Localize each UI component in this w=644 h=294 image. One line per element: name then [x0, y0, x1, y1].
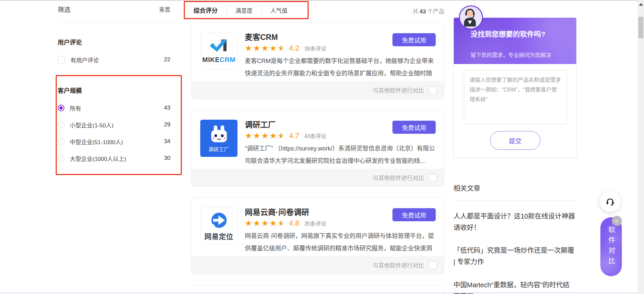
filter-option-label: 有用户评论 — [70, 56, 99, 64]
star-icon — [253, 131, 261, 140]
radio-small[interactable] — [58, 121, 64, 128]
mikecrm-mark-icon — [207, 38, 231, 55]
reviews-count[interactable]: 35条评论 — [304, 219, 326, 227]
compare-count-badge: 0 — [612, 216, 622, 226]
vertical-scrollbar[interactable] — [638, 0, 644, 294]
article-link[interactable]: 「低代码」究竟是一场炒作还是一次颠覆 | 专家力作 — [453, 245, 576, 268]
rating-value: 4.7 — [289, 131, 300, 140]
customer-service-button[interactable] — [600, 191, 621, 212]
request-card: 没找到您想要的软件吗? 留下您的需求，专业顾问为您解决 提交 — [453, 17, 577, 158]
compare-label: 与其他软件进行对比 — [373, 173, 424, 182]
filter-option-medium[interactable]: 中型企业(51-1000人) 34 — [58, 137, 177, 146]
survey-factory-logo-text: 调研工厂 — [208, 145, 229, 153]
rating-row: 4.7 43条评论 — [245, 131, 326, 140]
star-icon — [253, 219, 261, 228]
star-icon — [261, 131, 269, 140]
filter-option-has-reviews[interactable]: 有用户评论 22 — [58, 55, 177, 64]
compare-bar: 与其他软件进行对比 — [191, 256, 444, 274]
product-card-mikecrm: MIKECRM 麦客CRM 4.2 39条评论 麦客CRM是每个企业都需要的数字… — [191, 22, 444, 99]
compare-label: 与其他软件进行对比 — [373, 261, 424, 269]
filter-option-label: 中型企业(51-1000人) — [70, 137, 123, 146]
filter-option-small[interactable]: 小型企业(1-50人) 29 — [58, 120, 177, 129]
filter-option-all[interactable]: 所有 43 — [58, 104, 177, 112]
product-card-netease-survey: 网易定位 网易云商·问卷调研 4.8 35条评论 网易云商·问卷调研，网易旗下真… — [191, 197, 444, 274]
related-articles-divider — [453, 200, 577, 201]
filter-title: 筛选 — [58, 5, 70, 14]
radio-large[interactable] — [58, 155, 64, 162]
filter-option-count: 22 — [164, 56, 170, 63]
filter-sidebar: 筛选 重置 用户评论 有用户评论 22 客户规模 所有 43 小型企业(1-50… — [58, 1, 177, 163]
netease-arrow-icon — [210, 211, 228, 230]
star-icon — [270, 131, 277, 140]
request-card-title: 没找到您想要的软件吗? — [471, 28, 545, 39]
article-link[interactable]: 人人都是平面设计？这10款在线设计神器请收好！ — [453, 211, 576, 233]
star-icon — [245, 131, 252, 140]
rating-row: 4.2 39条评论 — [245, 44, 326, 53]
request-textarea[interactable] — [464, 70, 567, 124]
headset-icon — [605, 197, 615, 206]
radio-medium[interactable] — [58, 138, 64, 145]
star-icon — [253, 44, 261, 53]
compare-bar: 与其他软件进行对比 — [191, 169, 444, 186]
product-logo-mikecrm[interactable]: MIKECRM — [200, 32, 237, 69]
reviews-count[interactable]: 43条评论 — [304, 132, 326, 140]
page-bottom-edge — [0, 292, 637, 293]
tab-satisfaction[interactable]: 满意度 — [227, 6, 261, 14]
free-trial-button[interactable]: 免费试用 — [392, 208, 436, 221]
compare-checkbox[interactable] — [429, 261, 437, 269]
filter-option-count: 29 — [164, 121, 170, 128]
free-trial-button[interactable]: 免费试用 — [392, 121, 436, 134]
support-agent-avatar — [459, 5, 483, 30]
scrollbar-up-arrow-icon[interactable] — [639, 3, 643, 6]
rating-value: 4.8 — [289, 219, 300, 228]
filter-divider — [58, 22, 177, 22]
radio-all-selected[interactable] — [58, 105, 64, 111]
software-compare-button[interactable]: 软件对比 — [600, 217, 622, 276]
reviews-count[interactable]: 39条评论 — [304, 44, 326, 52]
product-description: 网易云商·问卷调研，网易旗下真实专业的用户调研与体验管理平台，提供覆盖亿级用户、… — [245, 230, 439, 255]
checkbox-has-reviews[interactable] — [58, 56, 65, 63]
product-list: MIKECRM 麦客CRM 4.2 39条评论 麦客CRM是每个企业都需要的数字… — [191, 22, 444, 294]
star-half-icon — [278, 219, 285, 228]
star-icon — [270, 219, 277, 228]
star-icon — [245, 44, 252, 53]
free-trial-button[interactable]: 免费试用 — [392, 33, 436, 46]
product-logo-netease[interactable]: 网易定位 — [200, 207, 237, 244]
product-description: “调研工厂” （https://survey.work/）系清研灵智信息咨询（北… — [245, 142, 439, 168]
star-icon — [261, 44, 269, 53]
related-articles-title: 相关文章 — [453, 183, 480, 193]
filter-option-count: 34 — [164, 138, 170, 145]
agent-photo-icon — [460, 6, 480, 26]
star-half-icon — [278, 44, 285, 53]
star-icon — [270, 44, 277, 53]
scrollbar-thumb[interactable] — [638, 17, 643, 38]
tab-popularity[interactable]: 人气值 — [262, 6, 296, 14]
product-title[interactable]: 网易云商·问卷调研 — [245, 206, 309, 217]
article-link[interactable]: 中国Martech“重数据，轻内容”的时代结束了吗? — [453, 279, 576, 294]
filter-option-count: 30 — [164, 155, 170, 162]
filter-option-label: 所有 — [70, 104, 81, 112]
filter-reset-button[interactable]: 重置 — [159, 5, 170, 13]
rating-row: 4.8 35条评论 — [245, 219, 326, 228]
product-card-survey-factory: 调研工厂 调研工厂 4.7 43条评论 “调研工厂” （https://surv… — [191, 110, 444, 187]
compare-checkbox[interactable] — [429, 86, 437, 94]
compare-label: 与其他软件进行对比 — [373, 86, 424, 94]
rating-value: 4.2 — [289, 44, 300, 53]
filter-option-large[interactable]: 大型企业(1000人以上) 30 — [58, 154, 177, 163]
filter-section-title-scale: 客户规模 — [58, 87, 177, 95]
tab-overall-rating[interactable]: 综合评分 — [185, 6, 226, 14]
star-half-icon — [278, 131, 285, 140]
star-icon — [245, 219, 252, 228]
compare-bar: 与其他软件进行对比 — [191, 81, 444, 99]
filter-header: 筛选 重置 — [58, 1, 177, 17]
netease-logo-text: 网易定位 — [205, 231, 233, 241]
product-title[interactable]: 调研工厂 — [245, 118, 276, 130]
mikecrm-logo-text: MIKECRM — [202, 56, 235, 64]
product-title[interactable]: 麦客CRM — [245, 31, 278, 42]
software-compare-label: 软件对比 — [606, 226, 616, 268]
filter-option-count: 43 — [164, 105, 170, 111]
rabbit-mascot-icon — [209, 124, 229, 145]
compare-checkbox[interactable] — [429, 174, 437, 182]
product-logo-survey-factory[interactable]: 调研工厂 — [200, 120, 237, 157]
submit-button[interactable]: 提交 — [490, 131, 540, 150]
